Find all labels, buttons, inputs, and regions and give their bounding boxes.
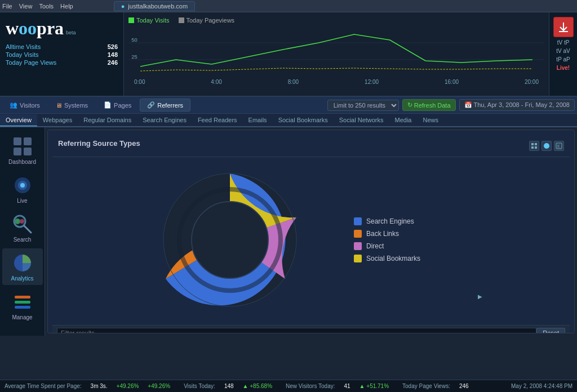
x-label-4: 4:00 xyxy=(211,79,221,85)
refresh-label: Refresh Data xyxy=(414,102,451,109)
x-label-8: 8:00 xyxy=(288,79,299,85)
beta-label: beta xyxy=(66,30,76,35)
sub-tabs: Overview Webpages Regular Domains Search… xyxy=(0,114,577,127)
legend-color-search-engines xyxy=(354,217,362,225)
tv-tp-button[interactable]: tV tP xyxy=(557,39,570,46)
content-area: Referring Source Types xyxy=(47,130,575,333)
logo-area: woopra beta Alltime Visits 526 Today Vis… xyxy=(0,12,124,96)
x-axis: 0:00 4:00 8:00 12:00 16:00 20:00 xyxy=(128,79,544,85)
today-pageviews-stat: Today Page Views 246 xyxy=(6,59,118,66)
subtab-webpages[interactable]: Webpages xyxy=(37,114,78,127)
sidebar-item-analytics[interactable]: Analytics xyxy=(2,248,43,285)
live-icon xyxy=(11,174,34,197)
manage-icon xyxy=(11,291,34,313)
svg-rect-7 xyxy=(14,148,21,155)
reset-button[interactable]: Reset xyxy=(536,328,565,333)
donut-wrapper: Search Engines Back Links Direct Social … xyxy=(140,161,482,319)
svg-rect-20 xyxy=(531,143,534,145)
nav-bar: 👥 Visitors 🖥 Systems 📄 Pages 🔗 Referrers… xyxy=(0,97,577,114)
visits-change: ▲ +85.68% xyxy=(243,383,272,389)
donut-container: Search Engines Back Links Direct Social … xyxy=(52,157,570,323)
sidebar: Dashboard Live Search xyxy=(0,127,45,336)
donut-chart xyxy=(140,161,320,319)
limit-select[interactable]: Limit to 250 results xyxy=(327,100,399,111)
line-chart-svg: 50 25 xyxy=(128,26,544,77)
date-range[interactable]: 📅 Thu, Apr 3, 2008 - Fri, May 2, 2008 xyxy=(459,99,575,111)
svg-text:50: 50 xyxy=(131,37,137,43)
today-visits-label: Today Visits xyxy=(6,51,39,58)
svg-rect-17 xyxy=(15,296,30,299)
sidebar-analytics-label: Analytics xyxy=(11,275,33,282)
dashboard-icon xyxy=(11,135,34,158)
download-button[interactable] xyxy=(553,17,574,37)
visits-label: Visits Today: xyxy=(184,383,215,389)
date-range-label: Thu, Apr 3, 2008 - Fri, May 2, 2008 xyxy=(473,101,570,108)
nav-visitors-label: Visitors xyxy=(20,102,40,109)
subtab-social-bookmarks[interactable]: Social Bookmarks xyxy=(273,114,334,127)
sidebar-item-live[interactable]: Live xyxy=(2,171,43,207)
legend-pageviews: Today Pageviews xyxy=(187,17,235,24)
main-content: Dashboard Live Search xyxy=(0,127,577,336)
today-pageviews-value: 246 xyxy=(108,59,118,66)
subtab-regular-domains[interactable]: Regular Domains xyxy=(78,114,137,127)
nav-pages[interactable]: 📄 Pages xyxy=(96,99,139,112)
chart-icon-grid[interactable] xyxy=(529,141,539,151)
sidebar-manage-label: Manage xyxy=(12,314,32,320)
chart-icon-export[interactable]: E xyxy=(554,141,564,151)
menu-view[interactable]: View xyxy=(19,3,33,10)
x-label-0: 0:00 xyxy=(134,79,145,85)
subtab-emails[interactable]: Emails xyxy=(243,114,273,127)
svg-text:25: 25 xyxy=(131,54,137,60)
legend-back-links: Back Links xyxy=(354,230,444,238)
menu-file[interactable]: File xyxy=(2,3,12,10)
subtab-overview[interactable]: Overview xyxy=(0,114,37,127)
tv-av-button[interactable]: tV aV xyxy=(556,48,570,54)
nav-systems[interactable]: 🖥 Systems xyxy=(48,99,95,112)
menu-help[interactable]: Help xyxy=(60,3,73,10)
legend-label-back-links: Back Links xyxy=(366,230,399,238)
today-pageviews-label: Today Page Views xyxy=(6,59,56,66)
subtab-news[interactable]: News xyxy=(418,114,445,127)
legend-color-back-links xyxy=(354,230,362,238)
stats-area: Alltime Visits 526 Today Visits 148 Toda… xyxy=(6,43,118,66)
analytics-icon xyxy=(11,252,34,274)
menu-bar: File View Tools Help ● justtalkaboutweb.… xyxy=(0,0,577,12)
filter-bar: Reset xyxy=(52,325,570,333)
nav-referrers[interactable]: 🔗 Referrers xyxy=(140,99,190,112)
subtab-search-engines[interactable]: Search Engines xyxy=(137,114,192,127)
x-label-12: 12:00 xyxy=(365,79,379,85)
chart-legend-box: Search Engines Back Links Direct Social … xyxy=(354,217,444,262)
sidebar-item-manage[interactable]: Manage xyxy=(2,287,43,324)
subtab-feed-readers[interactable]: Feed Readers xyxy=(192,114,243,127)
chart-legend: Today Visits Today Pageviews xyxy=(128,17,544,24)
subtab-media[interactable]: Media xyxy=(389,114,418,127)
svg-rect-6 xyxy=(24,137,32,145)
filter-input[interactable] xyxy=(57,328,536,333)
legend-social-bookmarks: Social Bookmarks xyxy=(354,255,444,262)
visits-value: 148 xyxy=(224,383,234,389)
browser-tab[interactable]: ● justtalkaboutweb.com xyxy=(114,1,195,11)
content-title: Referring Source Types xyxy=(58,139,529,148)
live-button[interactable]: Live! xyxy=(557,65,570,71)
header: woopra beta Alltime Visits 526 Today Vis… xyxy=(0,12,577,97)
chart-icon-pie[interactable] xyxy=(542,141,552,151)
search-icon xyxy=(11,213,34,235)
nav-visitors[interactable]: 👥 Visitors xyxy=(2,99,47,112)
tp-ap-button[interactable]: tP aP xyxy=(556,56,570,63)
chart-icons: E xyxy=(529,141,564,151)
new-visitors-value: 41 xyxy=(344,383,350,389)
svg-point-13 xyxy=(15,219,20,224)
x-label-16: 16:00 xyxy=(445,79,459,85)
sidebar-item-dashboard[interactable]: Dashboard xyxy=(2,132,43,168)
subtab-social-networks[interactable]: Social Networks xyxy=(334,114,389,127)
svg-rect-22 xyxy=(531,146,534,149)
menu-tools[interactable]: Tools xyxy=(39,3,54,10)
refresh-button[interactable]: ↻ Refresh Data xyxy=(402,99,456,111)
sidebar-dashboard-label: Dashboard xyxy=(8,159,36,165)
nav-pages-label: Pages xyxy=(114,102,131,109)
new-visitors-label: New Visitors Today: xyxy=(286,383,335,389)
sidebar-item-search[interactable]: Search xyxy=(2,210,43,246)
legend-label-search-engines: Search Engines xyxy=(366,217,414,225)
legend-color-social-bookmarks xyxy=(354,255,362,262)
logo: woopra xyxy=(6,18,64,39)
